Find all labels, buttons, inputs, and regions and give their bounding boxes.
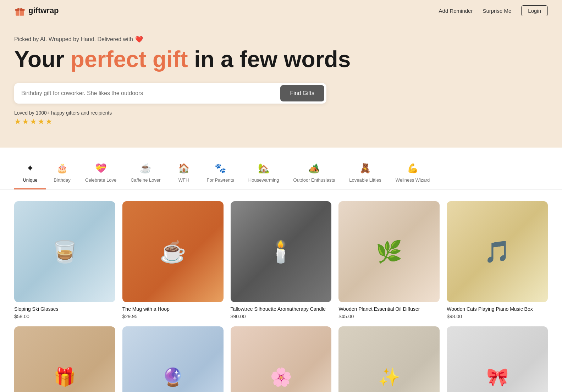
product-price-mug-hoop: $29.95 [122,314,224,319]
product-image-bottom3 [231,326,332,392]
hero-subtitle: Picked by AI. Wrapped by Hand. Delivered… [14,35,548,43]
reviews-text: Loved by 1000+ happy gifters and recipie… [14,110,548,116]
category-label-birthday: Birthday [54,177,71,183]
category-label-caffeine-lover: Caffeine Lover [131,177,160,183]
category-item-celebrate-love[interactable]: 💝Celebrate Love [78,158,123,189]
category-icon-housewarming: 🏡 [257,162,270,175]
navbar: giftwrap Add Reminder Surprise Me Login [0,0,562,21]
category-icon-unique: ✦ [24,162,37,175]
category-item-birthday[interactable]: 🎂Birthday [46,158,78,189]
category-icon-wfh: 🏠 [177,162,190,175]
product-card-bottom1[interactable] [14,326,115,392]
product-name-music-box: Wooden Cats Playing Piano Music Box [447,306,548,312]
product-image-music-box [447,201,548,302]
product-image-bottom5 [447,326,548,392]
categories-section: ✦Unique🎂Birthday💝Celebrate Love☕Caffeine… [0,148,562,190]
product-card-ski-glasses[interactable]: Sloping Ski Glasses$58.00 [14,201,115,319]
product-image-bottom1 [14,326,115,392]
product-card-diffuser[interactable]: Wooden Planet Essential Oil Diffuser$45.… [338,201,440,319]
category-item-for-pawrents[interactable]: 🐾For Pawrents [200,158,241,189]
products-grid-row1: Sloping Ski Glasses$58.00The Mug with a … [14,201,548,319]
logo-icon [14,5,26,16]
category-item-caffeine-lover[interactable]: ☕Caffeine Lover [123,158,167,189]
product-image-candle [231,201,332,302]
category-label-loveable-littles: Loveable Littles [349,177,381,183]
category-icon-wellness-wizard: 💪 [406,162,419,175]
star-rating: ★★★★★ [14,117,548,126]
products-section: Sloping Ski Glasses$58.00The Mug with a … [0,190,562,392]
brand-name: giftwrap [28,6,59,15]
category-item-unique[interactable]: ✦Unique [14,158,46,189]
product-price-ski-glasses: $58.00 [14,314,115,319]
category-icon-loveable-littles: 🧸 [359,162,371,175]
product-card-bottom4[interactable] [338,326,440,392]
product-name-diffuser: Wooden Planet Essential Oil Diffuser [338,306,440,312]
category-item-housewarming[interactable]: 🏡Housewarming [241,158,286,189]
product-card-music-box[interactable]: Wooden Cats Playing Piano Music Box$98.0… [447,201,548,319]
product-price-diffuser: $45.00 [338,314,440,319]
category-label-outdoor-enthusiasts: Outdoor Enthusiasts [293,177,335,183]
heart-icon: ❤️ [135,35,143,43]
category-item-outdoor-enthusiasts[interactable]: 🏕️Outdoor Enthusiasts [286,158,342,189]
category-label-wfh: WFH [178,177,189,183]
category-icon-outdoor-enthusiasts: 🏕️ [308,162,320,175]
category-icon-caffeine-lover: ☕ [139,162,152,175]
category-label-housewarming: Housewarming [248,177,279,183]
product-name-ski-glasses: Sloping Ski Glasses [14,306,115,312]
category-label-unique: Unique [23,177,37,183]
category-icon-celebrate-love: 💝 [94,162,107,175]
product-card-bottom3[interactable] [231,326,332,392]
hero-title-accent: perfect gift [71,46,188,72]
logo[interactable]: giftwrap [14,5,59,16]
category-icon-birthday: 🎂 [56,162,68,175]
product-image-mug-hoop [122,201,224,302]
add-reminder-link[interactable]: Add Reminder [439,8,473,14]
category-label-for-pawrents: For Pawrents [207,177,234,183]
category-item-wellness-wizard[interactable]: 💪Wellness Wizard [389,158,437,189]
product-image-bottom4 [338,326,440,392]
hero-title-plain: Your [14,46,71,72]
category-icon-for-pawrents: 🐾 [214,162,227,175]
search-container: Find Gifts [14,83,326,104]
search-input[interactable] [21,90,280,96]
product-image-ski-glasses [14,201,115,302]
product-price-music-box: $98.00 [447,314,548,319]
product-price-candle: $90.00 [231,314,332,319]
products-grid-row2 [14,326,548,392]
product-card-mug-hoop[interactable]: The Mug with a Hoop$29.95 [122,201,224,319]
product-card-candle[interactable]: Tallowtree Silhouette Aromatherapy Candl… [231,201,332,319]
hero-title: Your perfect gift in a few words [14,47,548,72]
product-card-bottom2[interactable] [122,326,224,392]
product-name-mug-hoop: The Mug with a Hoop [122,306,224,312]
category-label-wellness-wizard: Wellness Wizard [396,177,430,183]
nav-right: Add Reminder Surprise Me Login [439,5,548,16]
hero-title-end: in a few words [188,46,351,72]
category-item-wfh[interactable]: 🏠WFH [168,158,200,189]
category-item-loveable-littles[interactable]: 🧸Loveable Littles [342,158,388,189]
find-gifts-button[interactable]: Find Gifts [280,85,324,101]
product-image-bottom2 [122,326,224,392]
hero-subtitle-text: Picked by AI. Wrapped by Hand. Delivered… [14,36,133,43]
hero-section: Picked by AI. Wrapped by Hand. Delivered… [0,21,562,148]
categories-list: ✦Unique🎂Birthday💝Celebrate Love☕Caffeine… [14,158,548,189]
surprise-me-link[interactable]: Surprise Me [483,8,511,14]
product-name-candle: Tallowtree Silhouette Aromatherapy Candl… [231,306,332,312]
reviews: Loved by 1000+ happy gifters and recipie… [14,110,548,126]
category-label-celebrate-love: Celebrate Love [85,177,116,183]
product-image-diffuser [338,201,440,302]
login-button[interactable]: Login [521,5,548,16]
product-card-bottom5[interactable] [447,326,548,392]
